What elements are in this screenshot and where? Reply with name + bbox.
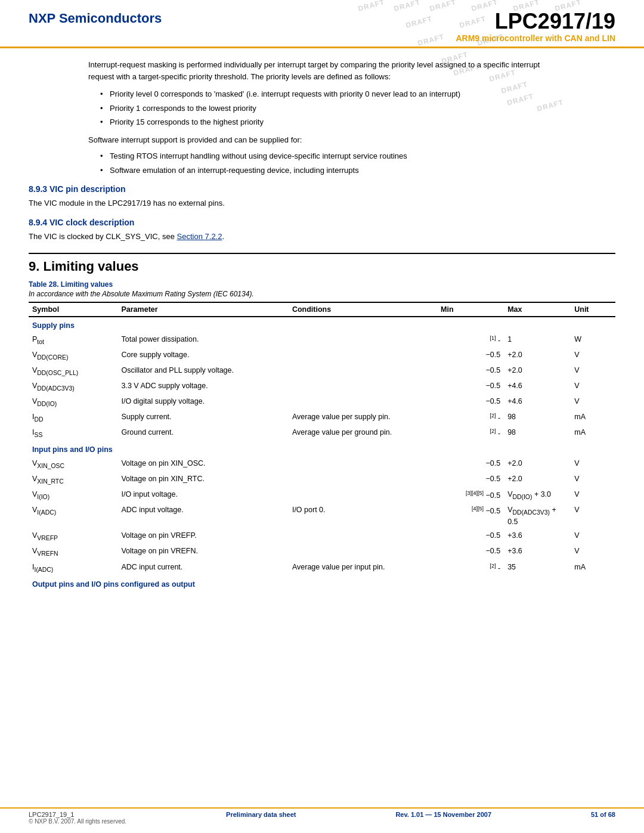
section-894-heading: 8.9.4 VIC clock description — [29, 218, 615, 227]
group-supply-pins: Supply pins — [29, 317, 615, 333]
table-row: VVREFP Voltage on pin VREFP. −0.5 +3.6 V — [29, 529, 615, 544]
table-row: Ptot Total power dissipation. [1] - 1 W — [29, 333, 615, 348]
header-right: LPC2917/19 ARM9 microcontroller with CAN… — [456, 11, 615, 43]
table-row: VXIN_OSC Voltage on pin XIN_OSC. −0.5 +2… — [29, 457, 615, 472]
cell-cond — [289, 333, 437, 348]
section-893-heading: 8.9.3 VIC pin description — [29, 184, 615, 194]
footer-date-container: Rev. 1.01 — 15 November 2007 — [395, 811, 491, 818]
col-header-max: Max — [504, 302, 571, 317]
section-894-prefix: The VIC is clocked by CLK_SYS_VIC, see — [29, 232, 177, 241]
footer-preliminary: Preliminary data sheet — [226, 811, 296, 818]
cell-min: −0.5 — [437, 395, 504, 410]
section-894-suffix: . — [222, 232, 224, 241]
col-header-symbol: Symbol — [29, 302, 117, 317]
cell-param: Ground current. — [117, 426, 288, 441]
col-header-min: Min — [437, 302, 504, 317]
list-item: Testing RTOS interrupt handling without … — [100, 150, 568, 162]
section-722-link[interactable]: Section 7.2.2 — [177, 232, 222, 241]
table-row: VVREFN Voltage on pin VREFN. −0.5 +3.6 V — [29, 544, 615, 560]
table-28-note: In accordance with the Absolute Maximum … — [29, 290, 615, 298]
cell-max: +3.6 — [504, 544, 571, 560]
table-row: VI(IO) I/O input voltage. [3][4][5] −0.5… — [29, 488, 615, 503]
cell-min: [4][5] −0.5 — [437, 503, 504, 529]
bullets-priority: Priority level 0 corresponds to 'masked'… — [100, 88, 568, 128]
cell-param: Core supply voltage. — [117, 348, 288, 364]
col-header-unit: Unit — [571, 302, 615, 317]
table-row: VDD(CORE) Core supply voltage. −0.5 +2.0… — [29, 348, 615, 364]
table-28-label: Table 28. Limiting values — [29, 280, 615, 289]
cell-param: ADC input voltage. — [117, 503, 288, 529]
table-row: IDD Supply current. Average value per su… — [29, 410, 615, 426]
cell-symbol: VDD(ADC3V3) — [29, 379, 117, 395]
page-footer: LPC2917_19_1 © NXP B.V. 2007. All rights… — [0, 807, 644, 825]
limiting-values-table: Symbol Parameter Conditions Min Max Unit… — [29, 302, 615, 591]
section-894: 8.9.4 VIC clock description The VIC is c… — [29, 218, 615, 243]
cell-cond — [289, 457, 437, 472]
list-item: Priority level 0 corresponds to 'masked'… — [100, 88, 568, 100]
cell-max: VDD(IO) + 3.0 — [504, 488, 571, 503]
table-row: ISS Ground current. Average value per gr… — [29, 426, 615, 441]
cell-max: +3.6 — [504, 529, 571, 544]
cell-unit: V — [571, 457, 615, 472]
cell-param: I/O input voltage. — [117, 488, 288, 503]
cell-min: −0.5 — [437, 364, 504, 379]
footer-copyright: © NXP B.V. 2007. All rights reserved. — [29, 818, 126, 825]
list-item: Priority 15 corresponds to the highest p… — [100, 116, 568, 128]
page-header: NXP Semiconductors LPC2917/19 ARM9 micro… — [0, 0, 644, 48]
cell-max: +4.6 — [504, 379, 571, 395]
cell-min: [2] - — [437, 410, 504, 426]
footer-page: 51 of 68 — [591, 811, 615, 818]
section-9-title: 9. Limiting values — [29, 259, 615, 274]
cell-max: 1 — [504, 333, 571, 348]
cell-unit: V — [571, 472, 615, 488]
cell-max: +2.0 — [504, 364, 571, 379]
table-row: II(ADC) ADC input current. Average value… — [29, 561, 615, 576]
cell-min: −0.5 — [437, 472, 504, 488]
cell-symbol: II(ADC) — [29, 561, 117, 576]
footer-doc-id: LPC2917_19_1 — [29, 811, 126, 818]
cell-min: [1] - — [437, 333, 504, 348]
cell-min: [2] - — [437, 426, 504, 441]
cell-symbol: VVREFN — [29, 544, 117, 560]
section-893: 8.9.3 VIC pin description The VIC module… — [29, 184, 615, 209]
col-header-conditions: Conditions — [289, 302, 437, 317]
table-row: VDD(IO) I/O digital supply voltage. −0.5… — [29, 395, 615, 410]
footer-date: Rev. 1.01 — 15 November 2007 — [395, 811, 491, 818]
cell-symbol: VI(IO) — [29, 488, 117, 503]
cell-cond — [289, 488, 437, 503]
cell-cond — [289, 395, 437, 410]
col-header-parameter: Parameter — [117, 302, 288, 317]
table-row: VDD(ADC3V3) 3.3 V ADC supply voltage. −0… — [29, 379, 615, 395]
page-content: Interrupt-request masking is performed i… — [0, 48, 644, 597]
cell-param: Voltage on pin XIN_RTC. — [117, 472, 288, 488]
bullets-software: Testing RTOS interrupt handling without … — [100, 150, 568, 176]
cell-param: Supply current. — [117, 410, 288, 426]
group-output-pins: Output pins and I/O pins configured as o… — [29, 576, 615, 592]
cell-param: Voltage on pin XIN_OSC. — [117, 457, 288, 472]
cell-unit: V — [571, 529, 615, 544]
cell-unit: V — [571, 488, 615, 503]
cell-max: +2.0 — [504, 457, 571, 472]
table-row: VDD(OSC_PLL) Oscillator and PLL supply v… — [29, 364, 615, 379]
cell-param: Voltage on pin VREFN. — [117, 544, 288, 560]
cell-symbol: VDD(CORE) — [29, 348, 117, 364]
cell-symbol: ISS — [29, 426, 117, 441]
cell-unit: V — [571, 503, 615, 529]
cell-param: Voltage on pin VREFP. — [117, 529, 288, 544]
cell-min: −0.5 — [437, 544, 504, 560]
list-item: Priority 1 corresponds to the lowest pri… — [100, 103, 568, 114]
cell-min: −0.5 — [437, 457, 504, 472]
cell-min: [2] - — [437, 561, 504, 576]
cell-param: Total power dissipation. — [117, 333, 288, 348]
cell-min: [3][4][5] −0.5 — [437, 488, 504, 503]
section-893-body: The VIC module in the LPC2917/19 has no … — [29, 197, 615, 209]
cell-unit: W — [571, 333, 615, 348]
product-title: LPC2917/19 — [456, 11, 615, 32]
cell-min: −0.5 — [437, 529, 504, 544]
cell-unit: V — [571, 348, 615, 364]
cell-unit: mA — [571, 561, 615, 576]
group-input-label: Input pins and I/O pins — [29, 441, 615, 457]
cell-unit: V — [571, 544, 615, 560]
list-item: Software emulation of an interrupt-reque… — [100, 165, 568, 176]
group-output-label: Output pins and I/O pins configured as o… — [29, 576, 615, 592]
